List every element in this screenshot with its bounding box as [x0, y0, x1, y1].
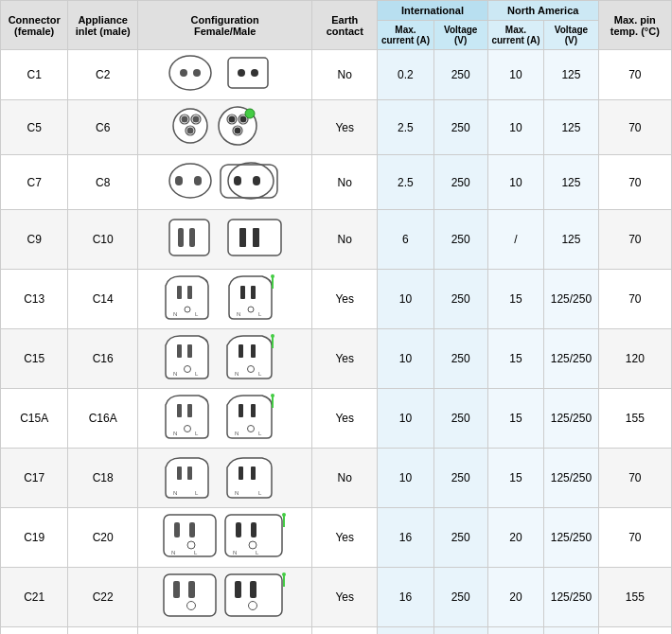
- svg-rect-27: [178, 228, 184, 247]
- na-max-cell: 10: [487, 155, 543, 210]
- svg-point-39: [248, 307, 254, 312]
- connector-cell: C13: [1, 270, 68, 329]
- connector-cell: C23: [1, 627, 68, 635]
- svg-point-46: [185, 366, 191, 373]
- na-volt-cell: 125/250: [544, 329, 599, 389]
- header-earth: Earthcontact: [312, 1, 378, 50]
- svg-rect-21: [194, 176, 202, 185]
- earth-cell: Yes: [312, 329, 378, 389]
- intl-volt-cell: 250: [433, 270, 487, 329]
- svg-text:N: N: [171, 550, 175, 555]
- svg-rect-73: [251, 467, 256, 480]
- na-max-cell: 20: [487, 568, 543, 627]
- svg-point-1: [180, 69, 187, 77]
- header-intl-max-current: Max.current (A): [378, 21, 433, 50]
- table-row: C15A C16A N L N L Yes 10 250 15 125/250 …: [1, 389, 672, 449]
- intl-max-cell: 10: [378, 389, 433, 449]
- earth-cell: Yes: [312, 568, 378, 627]
- table-row: C19 C20 N L N L Yes 16 250 20 125/250 70: [1, 508, 672, 568]
- svg-rect-56: [177, 404, 182, 417]
- na-max-cell: 15: [487, 270, 543, 329]
- header-connector: Connector(female): [1, 1, 68, 50]
- intl-volt-cell: 250: [433, 627, 487, 635]
- connector-cell: C19: [1, 508, 68, 568]
- na-max-cell: /: [487, 210, 543, 270]
- intl-max-cell: 2.5: [378, 100, 433, 155]
- svg-rect-62: [251, 404, 256, 417]
- svg-rect-31: [253, 228, 259, 247]
- appliance-cell: C2: [68, 50, 138, 100]
- svg-point-15: [228, 116, 235, 123]
- table-row: C21 C22 Yes 16 250 20 125/250 155: [1, 568, 672, 627]
- svg-point-11: [186, 128, 193, 134]
- intl-volt-cell: 250: [433, 389, 487, 449]
- svg-point-5: [251, 69, 258, 77]
- svg-rect-69: [187, 467, 192, 480]
- svg-point-79: [187, 541, 195, 549]
- svg-rect-3: [228, 58, 268, 88]
- na-volt-cell: 125: [544, 100, 599, 155]
- svg-text:N: N: [237, 311, 240, 317]
- svg-rect-20: [175, 176, 183, 185]
- na-volt-cell: 125/250: [544, 270, 599, 329]
- svg-rect-68: [177, 467, 182, 480]
- na-volt-cell: 125: [544, 210, 599, 270]
- maxpin-cell: 70: [598, 50, 671, 100]
- svg-rect-91: [173, 581, 180, 598]
- intl-volt-cell: 250: [433, 568, 487, 627]
- earth-cell: Yes: [312, 389, 378, 449]
- na-max-cell: 20: [487, 508, 543, 568]
- svg-rect-95: [235, 581, 241, 598]
- svg-point-10: [192, 116, 199, 123]
- na-volt-cell: 125/250: [544, 508, 599, 568]
- table-row: C13 C14 N L N L Yes 10 250 15 125/250 70: [1, 270, 672, 329]
- svg-rect-57: [187, 404, 192, 417]
- config-cell: [138, 627, 312, 635]
- appliance-cell: C20: [68, 508, 138, 568]
- svg-point-0: [169, 56, 211, 90]
- table-row: C15 C16 N L N L Yes 10 250 15 125/250 12…: [1, 329, 672, 389]
- connector-cell: C15: [1, 329, 68, 389]
- svg-rect-49: [239, 344, 243, 358]
- svg-point-97: [249, 602, 257, 610]
- na-volt-cell: 125: [544, 155, 599, 210]
- svg-rect-77: [174, 522, 180, 537]
- earth-cell: No: [312, 50, 378, 100]
- intl-max-cell: 16: [378, 627, 433, 635]
- appliance-cell: C22: [68, 568, 138, 627]
- svg-rect-38: [251, 286, 256, 299]
- intl-max-cell: 10: [378, 270, 433, 329]
- connector-cell: C1: [1, 50, 68, 100]
- header-na-max-current: Max.current (A): [487, 21, 543, 50]
- svg-rect-33: [187, 286, 192, 299]
- connector-cell: C15A: [1, 389, 68, 449]
- svg-rect-23: [234, 176, 241, 185]
- svg-rect-84: [251, 522, 256, 537]
- appliance-cell: C24: [68, 627, 138, 635]
- table-row: C9 C10 No 6 250 / 125 70: [1, 210, 672, 270]
- svg-rect-72: [239, 467, 243, 480]
- svg-rect-32: [177, 286, 182, 299]
- config-cell: [138, 100, 312, 155]
- svg-rect-44: [177, 344, 182, 358]
- svg-text:N: N: [173, 311, 177, 317]
- maxpin-cell: 155: [598, 568, 671, 627]
- svg-rect-30: [239, 228, 246, 247]
- intl-max-cell: 10: [378, 329, 433, 389]
- svg-point-43: [271, 274, 274, 278]
- config-cell: N L N L: [138, 449, 312, 508]
- svg-point-17: [234, 128, 240, 134]
- appliance-cell: C8: [68, 155, 138, 210]
- header-maxpin: Max. pintemp. (°C): [598, 1, 671, 50]
- svg-text:N: N: [173, 490, 177, 496]
- intl-volt-cell: 250: [433, 508, 487, 568]
- na-max-cell: 15: [487, 389, 543, 449]
- na-volt-cell: 125/250: [544, 449, 599, 508]
- svg-rect-37: [240, 286, 245, 299]
- svg-point-34: [185, 307, 190, 312]
- svg-rect-83: [236, 522, 241, 537]
- intl-max-cell: 10: [378, 449, 433, 508]
- header-appliance: Applianceinlet (male): [68, 1, 138, 50]
- svg-text:N: N: [235, 431, 239, 436]
- earth-cell: No: [312, 627, 378, 635]
